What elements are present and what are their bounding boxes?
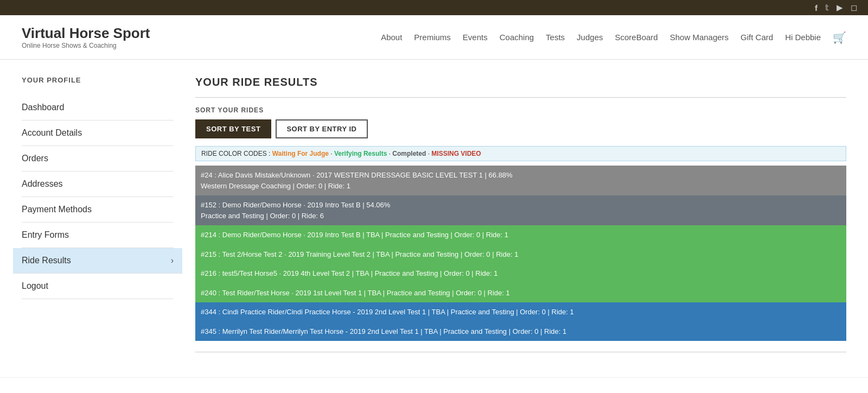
- ride-line1: #344 : Cindi Practice Rider/Cindi Practi…: [201, 307, 841, 318]
- nav-about[interactable]: About: [381, 33, 402, 42]
- sort-by-test-button[interactable]: SORT BY TEST: [195, 119, 271, 138]
- sidebar-item-logout[interactable]: Logout: [22, 274, 174, 299]
- sidebar-item-payment-methods[interactable]: Payment Methods: [22, 197, 174, 223]
- ride-line1: #152 : Demo Rider/Demo Horse · 2019 Intr…: [201, 200, 841, 211]
- nav-tests[interactable]: Tests: [546, 33, 565, 42]
- cc-verifying: Verifying Results: [334, 150, 389, 157]
- twitter-link[interactable]: 𝕥: [825, 3, 829, 12]
- ride-row[interactable]: #152 : Demo Rider/Demo Horse · 2019 Intr…: [195, 195, 846, 225]
- ride-row[interactable]: #214 : Demo Rider/Demo Horse · 2019 Intr…: [195, 225, 846, 245]
- nav-premiums[interactable]: Premiums: [414, 33, 451, 42]
- sort-buttons: SORT BY TEST SORT BY ENTRY ID: [195, 119, 846, 138]
- sidebar-item-entry-forms[interactable]: Entry Forms: [22, 223, 174, 248]
- header: Virtual Horse Sport Online Horse Shows &…: [0, 15, 868, 60]
- content-area: YOUR RIDE RESULTS SORT YOUR RIDES SORT B…: [195, 76, 846, 361]
- ride-line1: #240 : Test Rider/Test Horse · 2019 1st …: [201, 288, 841, 299]
- nav-hi-debbie[interactable]: Hi Debbie: [785, 33, 821, 42]
- footer: © 2021 "The Virtual Sport Competition" D…: [0, 377, 868, 393]
- ride-line1: #215 : Test 2/Horse Test 2 · 2019 Traini…: [201, 249, 841, 260]
- instagram-link[interactable]: ◻: [851, 3, 857, 12]
- facebook-link[interactable]: f: [815, 3, 818, 12]
- ride-row[interactable]: #344 : Cindi Practice Rider/Cindi Practi…: [195, 302, 846, 322]
- logo-subtitle: Online Horse Shows & Coaching: [22, 42, 150, 49]
- sidebar-title: YOUR PROFILE: [22, 76, 174, 84]
- nav-events[interactable]: Events: [463, 33, 488, 42]
- color-codes-bar: RIDE COLOR CODES : Waiting For Judge · V…: [195, 146, 846, 161]
- color-codes-label: RIDE COLOR CODES :: [201, 150, 270, 157]
- sidebar-item-addresses[interactable]: Addresses: [22, 172, 174, 197]
- ride-row[interactable]: #215 : Test 2/Horse Test 2 · 2019 Traini…: [195, 245, 846, 264]
- sidebar-item-ride-results[interactable]: Ride Results ›: [13, 248, 182, 274]
- sidebar: YOUR PROFILE Dashboard Account Details O…: [22, 76, 174, 361]
- ride-row[interactable]: #216 : test5/Test Horse5 · 2019 4th Leve…: [195, 264, 846, 283]
- main-nav: About Premiums Events Coaching Tests Jud…: [381, 31, 846, 44]
- social-icons: f 𝕥 ▶ ◻: [815, 3, 857, 12]
- cart-icon[interactable]: 🛒: [833, 31, 846, 44]
- cc-waiting: Waiting For Judge: [272, 150, 331, 157]
- sort-by-entry-id-button[interactable]: SORT BY ENTRY ID: [276, 119, 367, 138]
- sidebar-item-orders[interactable]: Orders: [22, 146, 174, 172]
- cc-missing: MISSING VIDEO: [431, 150, 481, 157]
- youtube-link[interactable]: ▶: [837, 3, 843, 12]
- logo-area: Virtual Horse Sport Online Horse Shows &…: [22, 25, 150, 49]
- ride-line2: Western Dressage Coaching | Order: 0 | R…: [201, 181, 841, 192]
- page-title: YOUR RIDE RESULTS: [195, 76, 846, 88]
- ride-line1: #24 : Alice Davis Mistake/Unknown · 2017…: [201, 170, 841, 181]
- sidebar-arrow-icon: ›: [171, 256, 174, 265]
- top-bar: f 𝕥 ▶ ◻: [0, 0, 868, 15]
- title-divider: [195, 97, 846, 98]
- ride-line1: #345 : Merrilyn Test Rider/Merrilyn Test…: [201, 326, 841, 337]
- nav-scoreboard[interactable]: ScoreBoard: [615, 33, 658, 42]
- sort-label: SORT YOUR RIDES: [195, 106, 846, 114]
- ride-row[interactable]: #24 : Alice Davis Mistake/Unknown · 2017…: [195, 166, 846, 195]
- cc-completed: Completed: [392, 150, 427, 157]
- ride-row[interactable]: #240 : Test Rider/Test Horse · 2019 1st …: [195, 283, 846, 303]
- nav-coaching[interactable]: Coaching: [500, 33, 534, 42]
- sidebar-item-account-details[interactable]: Account Details: [22, 121, 174, 146]
- sidebar-item-dashboard[interactable]: Dashboard: [22, 95, 174, 121]
- nav-gift-card[interactable]: Gift Card: [741, 33, 773, 42]
- ride-rows: #24 : Alice Davis Mistake/Unknown · 2017…: [195, 166, 846, 341]
- ride-line1: #214 : Demo Rider/Demo Horse · 2019 Intr…: [201, 230, 841, 240]
- main-layout: YOUR PROFILE Dashboard Account Details O…: [0, 60, 868, 377]
- sidebar-menu: Dashboard Account Details Orders Address…: [22, 95, 174, 299]
- nav-show-managers[interactable]: Show Managers: [670, 33, 729, 42]
- bottom-divider: [195, 352, 846, 352]
- ride-line1: #216 : test5/Test Horse5 · 2019 4th Leve…: [201, 268, 841, 279]
- logo-title: Virtual Horse Sport: [22, 25, 150, 42]
- ride-line2: Practice and Testing | Order: 0 | Ride: …: [201, 211, 841, 221]
- ride-row[interactable]: #345 : Merrilyn Test Rider/Merrilyn Test…: [195, 322, 846, 341]
- nav-judges[interactable]: Judges: [577, 33, 603, 42]
